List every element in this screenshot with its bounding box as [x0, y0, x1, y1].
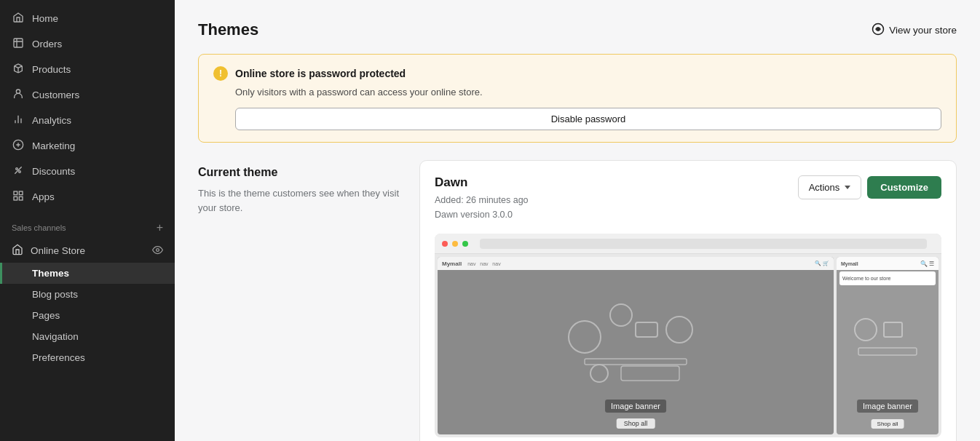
svg-point-11: [877, 28, 879, 29]
theme-card: Dawn Added: 26 minutes ago Dawn version …: [419, 160, 957, 441]
preview-main-topbar: Mymall nav nav nav 🔍 🛒: [438, 257, 834, 270]
sidebar-item-marketing-label: Marketing: [32, 140, 75, 151]
theme-info: Dawn Added: 26 minutes ago Dawn version …: [435, 175, 529, 222]
products-icon: [12, 63, 25, 76]
svg-point-15: [666, 317, 692, 343]
sidebar-item-analytics[interactable]: Analytics: [0, 108, 175, 133]
customize-button[interactable]: Customize: [867, 176, 941, 199]
themes-label: Themes: [32, 268, 69, 279]
svg-rect-7: [14, 196, 17, 200]
preferences-label: Preferences: [32, 352, 85, 363]
browser-dot-yellow: [452, 241, 458, 247]
current-theme-description: This is the theme customers see when the…: [198, 186, 402, 215]
eye-circle-icon: [872, 23, 885, 38]
svg-point-19: [855, 319, 877, 341]
svg-point-1: [16, 90, 20, 93]
preview-side-mobile: Mymall 🔍 ☰ Welcome to our store Image ba…: [837, 257, 938, 434]
sidebar-item-home-label: Home: [32, 13, 58, 24]
sidebar-item-apps-label: Apps: [32, 191, 55, 202]
preview-browser-bar: [435, 234, 941, 254]
svg-point-12: [569, 321, 601, 353]
sidebar-sub-item-pages[interactable]: Pages: [0, 305, 175, 326]
svg-point-9: [157, 248, 159, 251]
svg-rect-6: [19, 191, 23, 195]
discounts-icon: [12, 164, 25, 178]
svg-rect-18: [621, 366, 679, 381]
svg-rect-20: [884, 322, 902, 337]
sidebar-item-apps[interactable]: Apps: [0, 184, 175, 210]
preview-content: Mymall nav nav nav 🔍 🛒: [435, 254, 941, 437]
apps-icon: [12, 190, 25, 204]
sidebar-sub-item-navigation[interactable]: Navigation: [0, 326, 175, 347]
theme-added: Added: 26 minutes ago: [435, 193, 529, 207]
sidebar-item-products[interactable]: Products: [0, 57, 175, 82]
sidebar-item-customers-label: Customers: [32, 90, 79, 100]
main-content: Themes View your store ! Online store is…: [175, 0, 980, 441]
svg-rect-21: [858, 348, 917, 355]
svg-point-17: [590, 365, 608, 382]
alert-warning-icon: !: [213, 66, 228, 81]
analytics-icon: [12, 114, 25, 127]
preview-side-topbar: Mymall 🔍 ☰: [837, 257, 938, 270]
browser-dot-green: [462, 241, 468, 247]
actions-label: Actions: [809, 182, 840, 193]
theme-name: Dawn: [435, 175, 529, 190]
svg-point-13: [610, 304, 632, 326]
theme-card-header: Dawn Added: 26 minutes ago Dawn version …: [435, 175, 941, 222]
sidebar-item-orders-label: Orders: [32, 39, 62, 49]
sidebar: Home Orders Products Customers Analytics: [0, 0, 175, 441]
svg-rect-8: [19, 196, 23, 200]
alert-title: Online store is password protected: [235, 68, 406, 79]
svg-point-4: [19, 171, 21, 173]
online-store-icon: [12, 244, 23, 258]
blog-posts-label: Blog posts: [32, 289, 78, 300]
browser-dot-red: [442, 241, 448, 247]
online-store-label: Online Store: [31, 245, 145, 256]
current-theme-info: Current theme This is the theme customer…: [198, 160, 402, 215]
alert-header: ! Online store is password protected: [213, 66, 941, 81]
browser-url-bar: [480, 239, 927, 249]
theme-version: Dawn version 3.0.0: [435, 207, 529, 222]
page-title: Themes: [198, 20, 258, 39]
current-theme-heading: Current theme: [198, 166, 402, 179]
pages-label: Pages: [32, 310, 60, 321]
preview-image-banner-main: Image banner: [605, 400, 666, 413]
sidebar-item-orders[interactable]: Orders: [0, 31, 175, 57]
disable-password-button[interactable]: Disable password: [235, 108, 941, 130]
svg-rect-5: [14, 191, 17, 195]
sidebar-sub-item-preferences[interactable]: Preferences: [0, 347, 175, 368]
preview-main-desktop: Mymall nav nav nav 🔍 🛒: [438, 257, 834, 434]
add-sales-channel-icon[interactable]: +: [157, 221, 163, 234]
alert-banner: ! Online store is password protected Onl…: [198, 54, 957, 143]
marketing-icon: [12, 139, 25, 153]
sidebar-item-home[interactable]: Home: [0, 6, 175, 31]
view-store-label: View your store: [889, 25, 957, 36]
sidebar-sub-item-themes[interactable]: Themes: [0, 263, 175, 284]
sidebar-item-analytics-label: Analytics: [32, 115, 71, 126]
svg-rect-0: [14, 39, 23, 47]
view-store-link[interactable]: View your store: [872, 23, 957, 38]
sales-channels-section: Sales channels +: [0, 210, 175, 239]
svg-point-3: [16, 168, 18, 170]
sidebar-item-discounts[interactable]: Discounts: [0, 159, 175, 184]
svg-rect-14: [636, 322, 657, 337]
sidebar-item-customers[interactable]: Customers: [0, 82, 175, 108]
svg-rect-16: [585, 359, 687, 365]
orders-icon: [12, 37, 25, 51]
sidebar-sub-item-blog-posts[interactable]: Blog posts: [0, 284, 175, 305]
home-icon: [12, 12, 25, 25]
actions-button[interactable]: Actions: [798, 175, 862, 199]
customers-icon: [12, 88, 25, 102]
alert-description: Only visitors with a password can access…: [235, 87, 941, 98]
sidebar-item-marketing[interactable]: Marketing: [0, 133, 175, 159]
theme-preview: Mymall nav nav nav 🔍 🛒: [435, 234, 941, 437]
themes-grid: Current theme This is the theme customer…: [198, 160, 957, 441]
sidebar-item-online-store[interactable]: Online Store: [0, 239, 175, 263]
navigation-label: Navigation: [32, 331, 79, 342]
view-store-icon[interactable]: [152, 245, 163, 258]
preview-image-banner-side: Image banner: [857, 400, 918, 413]
sidebar-item-discounts-label: Discounts: [32, 166, 75, 177]
page-header: Themes View your store: [198, 20, 957, 39]
theme-actions: Actions Customize: [798, 175, 941, 199]
sidebar-item-products-label: Products: [32, 64, 71, 75]
